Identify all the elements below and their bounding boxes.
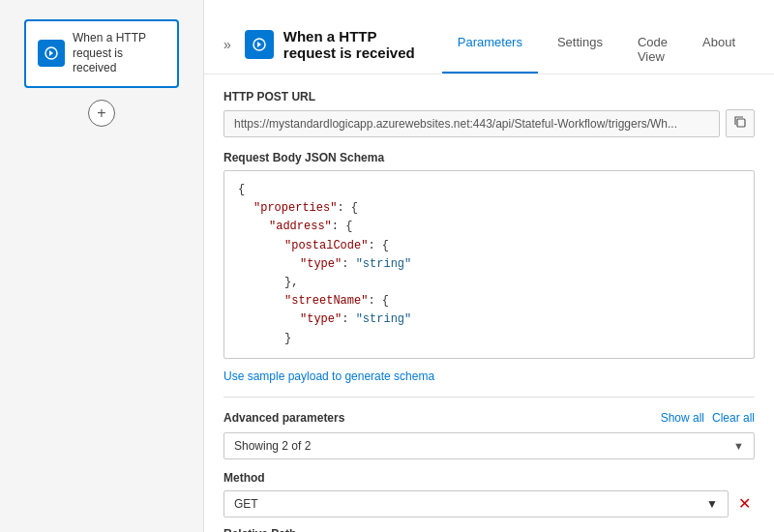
trigger-card-label: When a HTTP request is received [73, 31, 165, 76]
http-url-value: https://mystandardlogicapp.azurewebsites… [223, 110, 720, 137]
header-icon [245, 30, 274, 59]
remove-method-button[interactable]: ✕ [734, 492, 755, 515]
section-divider [223, 397, 755, 398]
http-url-row: https://mystandardlogicapp.azurewebsites… [223, 109, 755, 137]
showing-text: Showing 2 of 2 [234, 439, 733, 453]
method-field: Method GET ▼ ✕ [223, 471, 755, 517]
advanced-params-label: Advanced parameters [223, 411, 344, 425]
advanced-links: Show all Clear all [661, 411, 755, 425]
header-top: » When a HTTP request is received [223, 28, 432, 61]
panel-content: HTTP POST URL https://mystandardlogicapp… [204, 74, 774, 532]
http-url-label: HTTP POST URL [223, 90, 755, 103]
method-select[interactable]: GET ▼ [223, 490, 729, 517]
schema-editor[interactable]: { "properties": { "address": { "postalCo… [223, 170, 755, 359]
chevron-down-icon: ▼ [733, 440, 744, 452]
clear-all-link[interactable]: Clear all [712, 411, 755, 425]
advanced-params-row: Advanced parameters Show all Clear all [223, 411, 755, 425]
tab-codeview[interactable]: Code View [622, 27, 683, 74]
panel-title: When a HTTP request is received [283, 28, 432, 61]
panel-header: » When a HTTP request is received Parame… [204, 0, 774, 74]
collapse-button[interactable]: » [223, 37, 231, 52]
tab-about[interactable]: About [687, 27, 751, 74]
method-chevron-icon: ▼ [706, 497, 718, 511]
tab-parameters[interactable]: Parameters [442, 27, 538, 74]
workflow-canvas: When a HTTP request is received + [0, 0, 203, 532]
schema-label: Request Body JSON Schema [223, 151, 755, 164]
method-row: GET ▼ ✕ [223, 490, 755, 517]
trigger-card[interactable]: When a HTTP request is received [24, 19, 179, 88]
relative-path-label: Relative Path [223, 527, 755, 532]
svg-rect-2 [737, 119, 745, 127]
tab-bar: Parameters Settings Code View About [442, 27, 755, 74]
showing-dropdown[interactable]: Showing 2 of 2 ▼ [223, 432, 755, 459]
show-all-link[interactable]: Show all [661, 411, 704, 425]
method-value: GET [234, 497, 258, 511]
method-label: Method [223, 471, 755, 485]
properties-panel: » When a HTTP request is received Parame… [203, 0, 774, 532]
copy-url-button[interactable] [726, 109, 755, 137]
sample-payload-link[interactable]: Use sample payload to generate schema [223, 369, 434, 383]
trigger-icon [38, 40, 65, 67]
relative-path-field: Relative Path ✕ [223, 527, 755, 532]
add-step-button[interactable]: + [88, 100, 115, 127]
tab-settings[interactable]: Settings [542, 27, 618, 74]
